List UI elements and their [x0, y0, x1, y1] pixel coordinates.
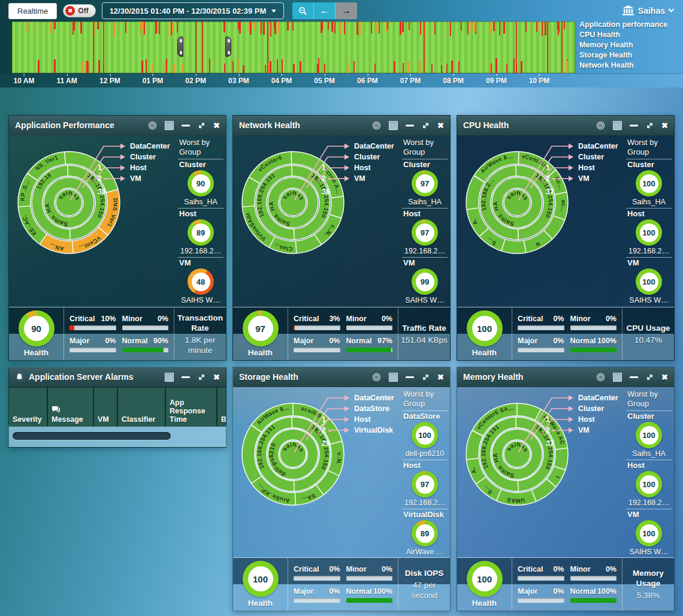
alarm-tick — [491, 64, 492, 73]
range-handle-right[interactable] — [225, 37, 231, 57]
minimize-icon[interactable] — [182, 125, 190, 126]
close-icon[interactable]: ✖ — [213, 373, 220, 382]
range-handle-left[interactable] — [177, 37, 183, 57]
column-app-response-time[interactable]: App Response Time — [166, 388, 216, 427]
close-icon[interactable]: ✖ — [661, 121, 668, 130]
alarm-tick — [152, 64, 153, 73]
minimize-icon[interactable] — [406, 376, 414, 378]
axis-tick-label: 04 PM — [271, 77, 292, 85]
worst-heading: Worst by Group — [402, 137, 448, 159]
legend-toggle-icon[interactable] — [613, 373, 622, 382]
maximize-icon[interactable] — [646, 373, 654, 381]
column-vm[interactable]: VM — [94, 388, 117, 427]
alarms-table-header: Severity Message VM Classifier App Respo… — [9, 387, 226, 427]
maximize-icon[interactable] — [422, 373, 430, 381]
alarm-tick — [340, 22, 341, 34]
sunburst-chart[interactable]: saihasSaihs_HA192.16192.168.254.150NS_Ve… — [9, 135, 177, 307]
sunburst-chart[interactable]: saihasSaihs_HA192.168.254.151192.168.254… — [233, 135, 401, 307]
alarm-tick — [441, 65, 442, 73]
svg-text:Host: Host — [354, 164, 371, 172]
axis-tick-label: 02 PM — [185, 77, 206, 85]
alarm-tick — [493, 22, 495, 31]
health-gauge: 100 — [467, 310, 503, 346]
forward-button[interactable]: → — [336, 2, 357, 19]
date-range-picker[interactable]: 12/30/2015 01:40 PM - 12/30/2015 02:39 P… — [102, 2, 285, 19]
legend-toggle-icon[interactable] — [389, 373, 398, 382]
target-icon[interactable] — [596, 373, 605, 382]
severity-major: Major0% — [294, 337, 340, 354]
panel-memory-health: Memory Health ✖ saihasSaihs_HA192.168.25… — [457, 367, 675, 611]
legend-item-storage-health[interactable]: Storage Health — [579, 50, 667, 61]
alarm-tick — [394, 61, 395, 73]
alarm-tick — [322, 22, 323, 31]
column-severity[interactable]: Severity — [9, 388, 47, 427]
severity-grid: Critical10% Minor0% Major0% Normal90% — [64, 307, 174, 360]
target-icon[interactable] — [372, 121, 381, 130]
minimize-icon[interactable] — [630, 376, 638, 378]
column-classifier[interactable]: Classifier — [118, 388, 165, 427]
legend-toggle-icon[interactable] — [389, 121, 398, 130]
alarm-tick — [74, 22, 75, 31]
svg-text:DataCenter: DataCenter — [130, 142, 170, 150]
close-icon[interactable]: ✖ — [661, 373, 668, 382]
alarm-tick — [238, 59, 240, 73]
alarm-tick — [387, 22, 388, 30]
worst-by-group: Worst by Group DataStore 100 dell-ps6210… — [400, 387, 450, 557]
maximize-icon[interactable] — [422, 122, 430, 129]
legend-toggle-icon[interactable] — [613, 121, 622, 130]
maximize-icon[interactable] — [198, 373, 205, 381]
close-icon[interactable]: ✖ — [437, 373, 444, 382]
close-icon[interactable]: ✖ — [437, 121, 444, 130]
alarm-tick — [545, 22, 546, 35]
severity-minor: Minor0% — [570, 565, 617, 582]
legend-item-application-performance[interactable]: Application performance — [579, 20, 667, 30]
svg-text:Host: Host — [130, 164, 147, 172]
minimize-icon[interactable] — [182, 376, 190, 378]
target-icon[interactable] — [148, 121, 157, 130]
host-gauge: 97 — [412, 471, 438, 497]
sunburst-chart[interactable]: saihasSaihs_HA192.168.2…192.168.254.150A… — [457, 135, 625, 307]
target-icon[interactable] — [596, 121, 605, 130]
sunburst-chart[interactable]: saihasdell-ps6210192.168.254.151192.168.… — [233, 387, 401, 557]
message-bubble-icon — [52, 406, 61, 413]
svg-text:2: 2 — [322, 426, 326, 434]
minimize-icon[interactable] — [630, 125, 638, 126]
alarm-tick — [182, 64, 183, 73]
legend-toggle-icon[interactable] — [165, 121, 174, 130]
legend-item-memory-health[interactable]: Memory Health — [579, 40, 667, 50]
legend-toggle-icon[interactable] — [165, 373, 174, 382]
alarm-tick — [282, 59, 283, 73]
legend-item-network-health[interactable]: Network Health — [579, 61, 667, 71]
horizontal-scrollbar[interactable] — [13, 432, 171, 440]
severity-major: Major0% — [294, 587, 340, 604]
realtime-button[interactable]: Realtime — [8, 3, 57, 19]
alarm-tick — [431, 64, 433, 73]
axis-tick-label: 03 PM — [228, 77, 249, 85]
alarm-tick — [263, 22, 265, 35]
alarm-tick — [224, 64, 225, 73]
back-button[interactable]: ← — [314, 2, 336, 19]
minimize-icon[interactable] — [406, 125, 414, 126]
maximize-icon[interactable] — [198, 122, 205, 129]
maximize-icon[interactable] — [646, 122, 654, 129]
sunburst-chart[interactable]: saihasSaihs_HA192.168.254.151192.168.254… — [457, 387, 625, 557]
zoom-out-button[interactable] — [292, 2, 314, 19]
panel-stats: 100 Health Critical0% Minor0% Major0% No… — [233, 557, 450, 611]
legend-item-cpu-health[interactable]: CPU Health — [579, 30, 667, 40]
svg-text:Cluster: Cluster — [354, 153, 380, 161]
target-icon[interactable] — [372, 373, 381, 382]
axis-tick-label: 10 PM — [529, 77, 550, 85]
panel-stats: 100 Health Critical0% Minor0% Major0% No… — [457, 557, 674, 611]
realtime-off-toggle[interactable]: ✖ Off — [63, 4, 95, 17]
alarm-tick — [467, 22, 469, 35]
panel-title: Application Server Alarms — [29, 372, 165, 382]
column-message[interactable]: Message — [48, 388, 93, 427]
close-icon[interactable]: ✖ — [213, 121, 220, 130]
worst-by-group: Worst by Group Cluster 100 Saihs_HA Host… — [624, 387, 674, 557]
alarm-tick — [267, 22, 268, 73]
column-ba[interactable]: Ba — [217, 388, 226, 427]
user-menu[interactable]: Saihas — [622, 5, 673, 16]
svg-text:2: 2 — [322, 174, 326, 183]
alarm-timeline[interactable] — [12, 22, 575, 73]
magnifier-minus-icon — [298, 7, 307, 16]
